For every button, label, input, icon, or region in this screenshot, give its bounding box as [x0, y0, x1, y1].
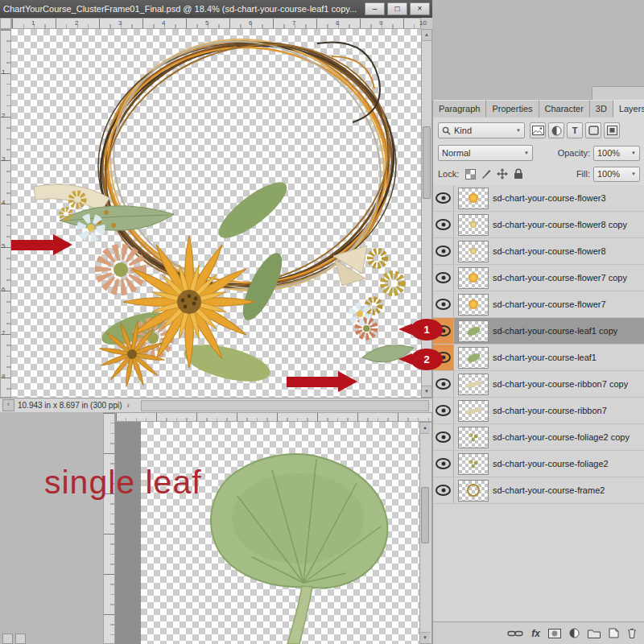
layer-name: sd-chart-your-course-foliage2 — [493, 459, 609, 469]
trash-icon — [627, 628, 637, 638]
layers-panel-footer: fx — [433, 621, 644, 644]
visibility-toggle[interactable] — [433, 371, 454, 397]
ruler-number: 1 — [2, 68, 5, 76]
filter-adjustment-layers-button[interactable] — [548, 122, 564, 138]
layer-row-foliage2[interactable]: sd-chart-your-course-foliage2 — [433, 451, 644, 477]
scroll-down-icon[interactable]: ▼ — [422, 386, 431, 397]
delete-layer-button[interactable] — [627, 628, 637, 638]
visibility-toggle[interactable] — [433, 238, 454, 264]
visibility-toggle[interactable] — [433, 477, 454, 503]
filter-type-layers-button[interactable]: T — [567, 122, 583, 138]
layer-style-button[interactable]: fx — [531, 628, 540, 639]
layer-row-foliage2-copy[interactable]: sd-chart-your-course-foliage2 copy — [433, 424, 644, 451]
layer-row-flower8-copy[interactable]: sd-chart-your-course-flower8 copy — [433, 212, 644, 238]
filter-pixel-layers-button[interactable] — [530, 122, 546, 138]
new-group-button[interactable] — [588, 629, 601, 638]
layer-thumbnail[interactable] — [454, 241, 493, 262]
visibility-toggle[interactable] — [433, 212, 454, 237]
layer-thumbnail[interactable] — [454, 453, 493, 475]
foliage-motif — [468, 432, 479, 442]
layer-row-leaf1[interactable]: sd-chart-your-course-leaf1 — [433, 345, 644, 371]
tab-3d[interactable]: 3D — [590, 100, 613, 118]
lock-image-button[interactable] — [479, 167, 493, 180]
tab-properties[interactable]: Properties — [486, 100, 539, 118]
close-button[interactable]: × — [410, 2, 430, 15]
layer-thumbnail[interactable] — [454, 188, 493, 209]
layer-thumbnail[interactable] — [454, 480, 493, 502]
title-bar[interactable]: ChartYourCourse_ClusterFrame01_Final.psd… — [0, 0, 432, 18]
visibility-toggle[interactable] — [433, 185, 454, 211]
lock-all-button[interactable] — [511, 167, 526, 180]
callout-arrow-2 — [287, 377, 338, 387]
layer-row-frame2[interactable]: sd-chart-your-course-frame2 — [433, 477, 644, 504]
layer-thumbnail[interactable] — [454, 347, 493, 369]
layer-thumbnail[interactable] — [454, 294, 493, 316]
scroll-down-icon[interactable]: ▼ — [420, 632, 430, 643]
leaf-motif — [465, 351, 481, 363]
visibility-toggle[interactable] — [433, 265, 454, 291]
layer-row-flower7[interactable]: sd-chart-your-course-flower7 — [433, 291, 644, 318]
scroll-up-icon[interactable]: ▲ — [422, 30, 431, 41]
tab-layers[interactable]: Layers — [613, 100, 644, 118]
filter-smart-objects-button[interactable] — [604, 122, 620, 138]
new-layer-button[interactable] — [609, 628, 619, 638]
opacity-field[interactable]: 100% ▼ — [593, 146, 640, 161]
app-corner-icon[interactable] — [15, 634, 26, 644]
ruler-number: 4 — [162, 19, 165, 27]
canvas-wreath[interactable] — [11, 29, 421, 398]
scrollbar-thumb[interactable] — [421, 487, 429, 543]
scrollbar-thumb[interactable] — [423, 126, 431, 199]
tab-character[interactable]: Character — [539, 100, 590, 118]
scroll-up-icon[interactable]: ▲ — [420, 423, 430, 434]
layer-thumbnail[interactable] — [454, 374, 493, 395]
layer-thumbnail[interactable] — [454, 267, 493, 289]
layer-row-ribbon7[interactable]: sd-chart-your-course-ribbon7 — [433, 398, 644, 424]
eye-icon — [436, 272, 451, 283]
layer-mask-icon — [548, 629, 561, 638]
maximize-button[interactable]: □ — [387, 2, 407, 15]
layer-row-ribbon7-copy[interactable]: sd-chart-your-course-ribbon7 copy — [433, 371, 644, 398]
link-layers-button[interactable] — [507, 629, 523, 638]
fill-field[interactable]: 100% ▼ — [593, 167, 640, 182]
new-adjustment-layer-button[interactable] — [569, 628, 580, 638]
horizontal-scrollbar[interactable] — [141, 400, 429, 411]
ruler-number: 2 — [2, 112, 5, 119]
layer-row-flower8[interactable]: sd-chart-your-course-flower8 — [433, 238, 644, 265]
layer-row-leaf1-copy[interactable]: sd-chart-your-course-leaf1 copy — [433, 318, 644, 345]
canvas-single-leaf[interactable] — [141, 422, 419, 644]
layer-row-flower7-copy[interactable]: sd-chart-your-course-flower7 copy — [433, 265, 644, 291]
adjustment-icon — [551, 126, 562, 136]
kind-filter-dropdown[interactable]: Kind ▼ — [438, 122, 525, 138]
layer-thumbnail[interactable] — [454, 427, 493, 448]
visibility-toggle[interactable] — [433, 398, 454, 423]
layer-thumbnail[interactable] — [454, 320, 493, 342]
fx-icon: fx — [531, 628, 540, 639]
app-corner-icon[interactable] — [2, 634, 13, 644]
status-collapse-button[interactable]: ‹ — [2, 399, 14, 411]
blend-mode-dropdown[interactable]: Normal ▼ — [438, 145, 533, 161]
chevron-down-icon: ▼ — [512, 128, 521, 133]
lock-position-button[interactable] — [495, 167, 510, 180]
status-menu-chevron[interactable]: › — [127, 401, 130, 410]
collapsed-dock-tab[interactable] — [592, 86, 644, 101]
ruler-number: 8 — [2, 373, 5, 380]
visibility-toggle[interactable] — [433, 424, 454, 450]
lock-transparency-button[interactable] — [463, 167, 477, 180]
vertical-scrollbar[interactable]: ▲ ▼ — [421, 29, 432, 398]
layer-row-flower3[interactable]: sd-chart-your-course-flower3 — [433, 185, 644, 212]
adjustment-icon — [569, 628, 580, 638]
fill-label: Fill: — [576, 169, 590, 179]
chevron-down-icon: ▼ — [631, 171, 636, 176]
layer-thumbnail[interactable] — [454, 400, 493, 422]
search-icon — [442, 126, 451, 135]
minimize-button[interactable]: – — [365, 2, 385, 15]
layer-thumbnail[interactable] — [454, 214, 493, 236]
add-layer-mask-button[interactable] — [548, 629, 561, 638]
visibility-toggle[interactable] — [433, 291, 454, 317]
eye-icon — [436, 405, 451, 416]
vertical-scrollbar[interactable]: ▲ ▼ — [419, 422, 432, 644]
visibility-toggle[interactable] — [433, 451, 454, 477]
filter-shape-layers-button[interactable] — [585, 122, 601, 138]
tab-paragraph[interactable]: Paragraph — [433, 100, 486, 118]
layer-name: sd-chart-your-course-flower8 copy — [493, 220, 627, 229]
